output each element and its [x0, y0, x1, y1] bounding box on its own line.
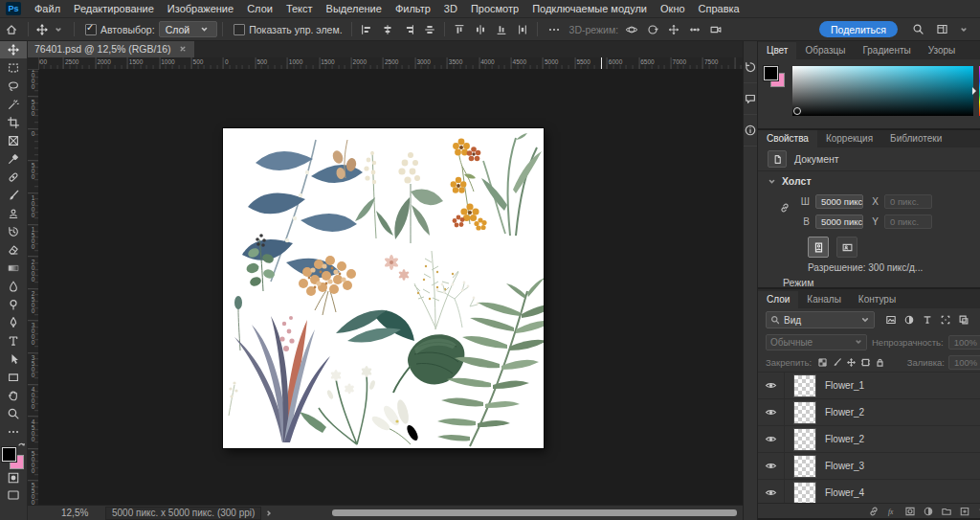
gradient-tool[interactable] — [0, 259, 27, 277]
menu-item-4[interactable]: Текст — [279, 0, 320, 17]
blur-tool[interactable] — [0, 277, 27, 295]
add-mask-icon[interactable] — [904, 506, 916, 517]
new-adjustment-icon[interactable] — [923, 506, 934, 517]
align-center-v-icon[interactable] — [420, 23, 439, 36]
chevron-down-icon[interactable] — [955, 26, 972, 34]
quick-mask-button[interactable] — [0, 469, 27, 486]
tab-градиенты[interactable]: Градиенты — [854, 42, 919, 59]
tab-каналы[interactable]: Каналы — [798, 291, 850, 308]
3d-roll-icon[interactable] — [643, 23, 662, 36]
eye-icon[interactable] — [758, 426, 785, 452]
hue-slider-marker[interactable] — [972, 87, 980, 95]
lock-position-icon[interactable] — [844, 357, 858, 368]
history-icon[interactable] — [744, 52, 757, 83]
opacity-field[interactable]: 100% — [948, 335, 980, 350]
heal-tool[interactable] — [0, 168, 27, 186]
eye-icon[interactable] — [758, 453, 785, 479]
layer-fx-icon[interactable] — [886, 506, 898, 517]
search-icon[interactable] — [907, 23, 929, 35]
autoselect-checkbox[interactable] — [85, 24, 97, 35]
more-align-options-icon[interactable] — [543, 23, 566, 36]
tab-слои[interactable]: Слои — [758, 291, 798, 308]
brush-tool[interactable] — [0, 186, 27, 204]
filter-smart-icon[interactable] — [955, 314, 972, 326]
stamp-tool[interactable] — [0, 204, 27, 222]
menu-item-1[interactable]: Редактирование — [67, 0, 161, 17]
zoom-tool[interactable] — [0, 404, 27, 422]
width-field[interactable]: 5000 пикс — [815, 194, 863, 209]
layer-row[interactable]: Flower_2 — [758, 399, 980, 426]
distribute-center-icon[interactable] — [471, 23, 490, 36]
swap-colors-icon[interactable] — [17, 441, 26, 450]
eye-icon[interactable] — [758, 480, 785, 503]
3d-camera-icon[interactable] — [706, 23, 725, 36]
new-group-icon[interactable] — [941, 506, 952, 517]
layer-row[interactable]: Flower_4 — [758, 480, 980, 503]
layer-thumbnail[interactable] — [793, 401, 816, 424]
lock-pixels-icon[interactable] — [830, 357, 844, 368]
type-tool[interactable] — [0, 331, 27, 350]
tab-образцы[interactable]: Образцы — [796, 42, 854, 59]
document-tab[interactable]: 76401.psd @ 12,5% (RGB/16) — [27, 40, 194, 57]
align-left-icon[interactable] — [357, 23, 376, 36]
info-icon[interactable] — [744, 115, 757, 147]
eye-icon[interactable] — [758, 373, 785, 398]
y-field[interactable]: 0 пикс. — [884, 215, 932, 229]
blend-mode-select[interactable]: Обычные — [766, 334, 867, 350]
fill-field[interactable]: 100% — [948, 355, 980, 370]
history-brush-tool[interactable] — [0, 222, 27, 240]
menu-item-6[interactable]: Фильтр — [389, 0, 437, 17]
lock-artboard-icon[interactable] — [858, 357, 873, 368]
filter-type-icon[interactable] — [919, 314, 936, 326]
chevron-down-icon[interactable] — [768, 177, 776, 186]
color-picker-dot[interactable] — [793, 107, 801, 115]
foreground-color-swatch[interactable] — [764, 66, 778, 80]
layer-thumbnail[interactable] — [793, 374, 816, 397]
foreground-color-swatch[interactable] — [2, 447, 16, 462]
menu-item-10[interactable]: Окно — [654, 0, 692, 17]
canvas[interactable] — [223, 128, 544, 448]
comment-icon[interactable] — [744, 83, 757, 115]
menu-item-3[interactable]: Слои — [240, 0, 279, 17]
tab-свойства[interactable]: Свойства — [758, 130, 817, 147]
3d-slide-icon[interactable] — [685, 23, 704, 36]
tab-контуры[interactable]: Контуры — [850, 291, 904, 308]
tab-библиотеки[interactable]: Библиотеки — [881, 130, 950, 147]
saturation-brightness-field[interactable] — [792, 66, 973, 116]
zoom-level-field[interactable]: 12,5% — [61, 508, 96, 518]
lasso-tool[interactable] — [0, 77, 27, 95]
eye-icon[interactable] — [758, 399, 785, 425]
3d-orbit-icon[interactable] — [622, 23, 641, 36]
shape-tool[interactable] — [0, 368, 27, 386]
photoshop-logo-icon[interactable]: Ps — [6, 2, 21, 15]
menu-item-5[interactable]: Выделение — [320, 0, 389, 17]
layer-row[interactable]: Flower_2 — [758, 426, 980, 453]
layer-thumbnail[interactable] — [793, 455, 816, 478]
close-tab-icon[interactable] — [179, 45, 187, 53]
crop-tool[interactable] — [0, 113, 27, 131]
show-controls-checkbox[interactable] — [234, 24, 245, 35]
share-button[interactable]: Поделиться — [819, 21, 898, 37]
edit-toolbar-tool[interactable] — [0, 422, 27, 441]
dodge-tool[interactable] — [0, 295, 27, 313]
marquee-tool[interactable] — [0, 58, 27, 77]
status-menu-icon[interactable] — [265, 509, 273, 517]
orientation-portrait-button[interactable] — [808, 237, 829, 258]
filter-shape-icon[interactable] — [937, 314, 954, 326]
wand-tool[interactable] — [0, 95, 27, 113]
tab-коррекция[interactable]: Коррекция — [817, 130, 881, 147]
layer-thumbnail[interactable] — [793, 482, 816, 504]
menu-item-8[interactable]: Просмотр — [464, 0, 525, 17]
tab-цвет[interactable]: Цвет — [758, 42, 796, 59]
current-tool-button[interactable] — [33, 23, 69, 36]
screen-mode-button[interactable] — [0, 486, 27, 504]
orientation-landscape-button[interactable] — [836, 237, 858, 258]
lock-transparent-icon[interactable] — [815, 357, 830, 368]
layer-filter-select[interactable]: Вид — [766, 311, 875, 328]
path-select-tool[interactable] — [0, 350, 27, 368]
layer-thumbnail[interactable] — [793, 428, 816, 451]
tab-узоры[interactable]: Узоры — [920, 42, 965, 59]
layer-row[interactable]: Flower_1 — [758, 373, 980, 399]
link-layers-icon[interactable] — [868, 506, 880, 517]
distribute-h-icon[interactable] — [513, 23, 532, 36]
